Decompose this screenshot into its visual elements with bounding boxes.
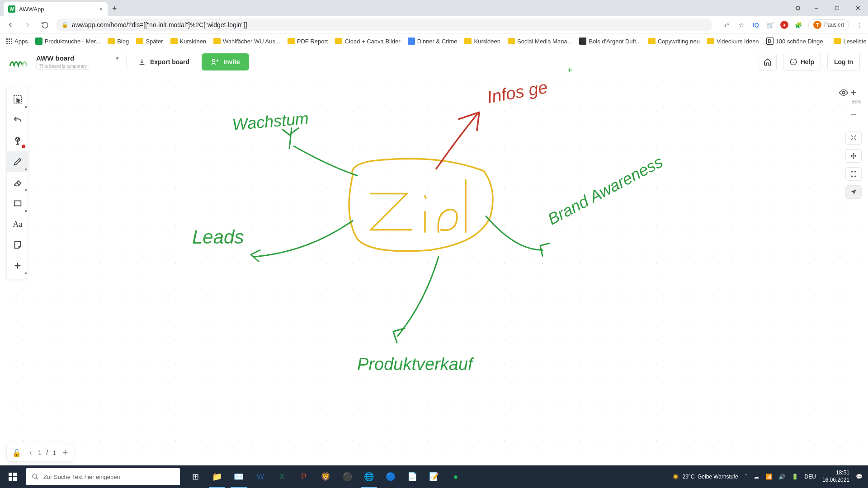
bookmark-blog[interactable]: Blog xyxy=(106,37,131,46)
bookmark-dinner-crime[interactable]: Dinner & Crime xyxy=(406,37,459,46)
tray-chevron-icon[interactable]: ˄ xyxy=(745,474,747,480)
bookmark-copywriting[interactable]: Copywriting neu xyxy=(646,37,702,46)
rectangle-icon xyxy=(13,198,23,208)
lock-page-button[interactable]: 🔓 xyxy=(10,449,23,457)
tray-notifications-icon[interactable]: 💬 xyxy=(856,474,863,480)
task-view-button[interactable]: ⊞ xyxy=(184,465,206,488)
bookmark-wahlfaecher[interactable]: Wahlfächer WU Aus... xyxy=(212,37,282,46)
eraser-tool[interactable] xyxy=(7,172,28,193)
lock-icon: 🔒 xyxy=(61,22,68,28)
bookmark-pdf-report[interactable]: PDF Report xyxy=(286,37,330,46)
awwapp-logo-icon[interactable] xyxy=(8,56,30,68)
locate-button[interactable] xyxy=(845,185,862,199)
bookmarks-bar: Apps Produktsuche - Mer... Blog Später K… xyxy=(0,33,868,48)
whiteboard-canvas[interactable]: Wachstum Leads Produktverkauf Brand Awar… xyxy=(0,75,868,465)
text-tool[interactable]: Aa xyxy=(7,214,28,235)
profile-indicator-icon[interactable] xyxy=(796,6,800,10)
select-tool[interactable] xyxy=(7,89,28,110)
bookmark-icon xyxy=(408,38,415,45)
select-icon xyxy=(13,94,23,104)
url-bar[interactable]: 🔒 awwapp.com/home/?dis=[["no-init-modal"… xyxy=(56,19,712,31)
add-page-button[interactable]: + xyxy=(61,447,70,459)
tray-battery-icon[interactable]: 🔋 xyxy=(792,474,798,480)
board-selector[interactable]: AWW board ▼ This board is temporary xyxy=(36,54,127,70)
tray-wifi-icon[interactable]: 📶 xyxy=(765,474,772,480)
svg-point-14 xyxy=(33,474,37,478)
new-tab-button[interactable]: + xyxy=(112,4,117,14)
bookmark-label: Kursideen xyxy=(180,38,207,45)
apps-button[interactable]: Apps xyxy=(5,37,30,46)
pencil-tool[interactable] xyxy=(7,151,28,172)
home-button[interactable] xyxy=(759,53,777,71)
tray-volume-icon[interactable]: 🔊 xyxy=(778,474,785,480)
maximize-button[interactable]: ☐ xyxy=(827,2,847,14)
reload-button[interactable] xyxy=(39,19,51,31)
invite-button[interactable]: Invite xyxy=(202,53,249,70)
weather-widget[interactable]: ☀️ 29°C Gelbe Warnstufe xyxy=(672,474,738,480)
adblocker-icon[interactable]: ● xyxy=(780,21,788,29)
cart-extension-icon[interactable]: 🛒 xyxy=(766,20,775,29)
move-button[interactable] xyxy=(845,149,862,163)
bookmark-100-dinge[interactable]: B100 schöne Dinge xyxy=(764,37,825,46)
taskbar-search[interactable]: Zur Suche Text hier eingeben xyxy=(26,468,180,485)
star-icon[interactable]: ☆ xyxy=(737,20,746,29)
file-explorer-button[interactable]: 📁 xyxy=(206,465,228,488)
bookmark-bois-argent[interactable]: Bois d'Argent Duft... xyxy=(577,37,642,46)
spotify-app-button[interactable]: ● xyxy=(445,465,467,488)
folder-icon xyxy=(288,38,295,44)
invite-icon xyxy=(211,58,219,66)
bookmark-spaeter[interactable]: Später xyxy=(134,37,165,46)
chrome-app-button[interactable]: 🌐 xyxy=(358,465,380,488)
bookmark-leseliste[interactable]: Leseliste xyxy=(832,37,868,46)
word-app-button[interactable]: W xyxy=(250,465,271,488)
svg-point-11 xyxy=(17,140,18,141)
extensions-icon[interactable]: 🧩 xyxy=(794,20,803,29)
pencil-icon xyxy=(13,157,23,167)
mail-app-button[interactable]: ✉️ xyxy=(228,465,250,488)
bookmark-kursideen-2[interactable]: Kursideen xyxy=(462,37,502,46)
sticky-note-tool[interactable] xyxy=(7,235,28,255)
tray-onedrive-icon[interactable]: ☁ xyxy=(754,474,759,480)
obs-app-button[interactable]: ⚫ xyxy=(336,465,358,488)
bookmark-cload-canva[interactable]: Cload + Canva Bilder xyxy=(333,37,402,46)
zoom-in-button[interactable]: + xyxy=(845,86,862,99)
taskbar-clock[interactable]: 18:51 16.06.2021 xyxy=(822,469,849,483)
back-button[interactable] xyxy=(5,19,16,31)
forward-button[interactable] xyxy=(22,19,33,31)
edge-app-button[interactable]: 🔵 xyxy=(380,465,401,488)
prev-page-button[interactable]: ‹ xyxy=(28,449,33,457)
close-window-button[interactable]: ✕ xyxy=(848,2,868,14)
start-button[interactable] xyxy=(0,465,25,488)
zoom-out-button[interactable]: − xyxy=(845,108,862,121)
tab-close-icon[interactable]: × xyxy=(99,5,103,13)
login-button[interactable]: Log In xyxy=(827,53,860,71)
undo-tool[interactable] xyxy=(7,110,28,131)
invite-label: Invite xyxy=(223,58,240,66)
fit-screen-button[interactable] xyxy=(845,131,862,145)
reader-app-button[interactable]: 📄 xyxy=(401,465,423,488)
browser-tab[interactable]: W AWWApp × xyxy=(4,2,108,16)
bookmark-kursideen[interactable]: Kursideen xyxy=(169,37,208,46)
bookmark-label: Produktsuche - Mer... xyxy=(45,38,101,45)
menu-icon[interactable]: ⋮ xyxy=(854,20,863,29)
brave-app-button[interactable]: 🦁 xyxy=(315,465,336,488)
shape-tool[interactable] xyxy=(7,193,28,214)
powerpoint-app-button[interactable]: P xyxy=(293,465,315,488)
tray-language[interactable]: DEU xyxy=(805,474,816,480)
add-tool[interactable] xyxy=(7,255,28,276)
bookmark-videokurs[interactable]: Videokurs Ideen xyxy=(705,37,761,46)
brush-tool[interactable] xyxy=(7,131,28,151)
translate-icon[interactable]: ⇄ xyxy=(722,20,731,29)
help-button[interactable]: Help xyxy=(783,53,821,71)
excel-app-button[interactable]: X xyxy=(271,465,293,488)
profile-paused-pill[interactable]: T Pausiert xyxy=(808,19,849,30)
fullscreen-button[interactable] xyxy=(845,167,862,181)
export-board-button[interactable]: Export board xyxy=(133,53,195,71)
bookmark-social-media[interactable]: Social Media Mana... xyxy=(506,37,574,46)
minimize-button[interactable]: ─ xyxy=(807,2,826,14)
svg-point-9 xyxy=(16,138,17,139)
notepad-app-button[interactable]: 📝 xyxy=(423,465,445,488)
iq-extension-icon[interactable]: IQ xyxy=(751,20,760,29)
bookmark-produktsuche[interactable]: Produktsuche - Mer... xyxy=(33,37,103,46)
minus-icon: − xyxy=(851,108,857,120)
